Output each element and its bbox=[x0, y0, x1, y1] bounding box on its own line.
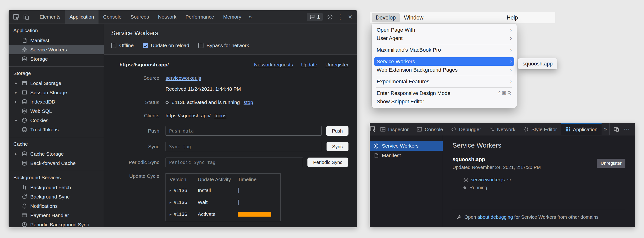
menu-item-experimental-features[interactable]: Experimental Features › bbox=[374, 77, 514, 86]
sidebar-item-manifest[interactable]: Manifest bbox=[8, 36, 104, 45]
tab-console[interactable]: Console bbox=[98, 10, 126, 23]
checkbox-label: Update on reload bbox=[151, 43, 189, 48]
expand-triangle-icon[interactable]: ▸ bbox=[170, 200, 172, 205]
menu-item-open-page-with[interactable]: Open Page With › bbox=[374, 26, 514, 34]
expand-triangle-icon[interactable]: ▸ bbox=[170, 188, 172, 193]
sidebar-item-cookies[interactable]: ▸ Cookies bbox=[8, 116, 104, 125]
sidebar-item-label: IndexedDB bbox=[30, 99, 55, 105]
update-on-reload-checkbox[interactable]: Update on reload bbox=[143, 43, 189, 48]
sidebar-item-notifications[interactable]: Notifications bbox=[8, 201, 104, 211]
tab-inspector[interactable]: Inspector bbox=[376, 123, 413, 135]
sidebar-item-manifest[interactable]: Manifest bbox=[370, 151, 443, 160]
network-requests-link[interactable]: Network requests bbox=[254, 62, 293, 68]
firefox-devtools-window: Inspector Console Debugger Network Style… bbox=[370, 123, 635, 227]
sidebar-item-background-sync[interactable]: Background Sync bbox=[8, 192, 104, 201]
expand-triangle-icon[interactable]: ▸ bbox=[13, 151, 18, 156]
device-toolbar-icon[interactable] bbox=[21, 12, 31, 22]
unregister-link[interactable]: Unregister bbox=[325, 62, 348, 68]
expand-triangle-icon[interactable]: ▸ bbox=[13, 81, 18, 86]
inspect-element-icon[interactable] bbox=[11, 12, 21, 22]
checkbox-box[interactable] bbox=[198, 43, 204, 48]
activity-value: Wait bbox=[198, 199, 238, 205]
jump-to-debugger-icon[interactable]: ↪ bbox=[507, 177, 511, 183]
sync-tag-input[interactable] bbox=[166, 142, 322, 151]
tab-performance[interactable]: Performance bbox=[181, 10, 218, 23]
sidebar-item-background-fetch[interactable]: Background Fetch bbox=[8, 183, 104, 192]
update-cycle-row-wait[interactable]: ▸ #1136 Wait bbox=[166, 196, 280, 208]
tab-sources[interactable]: Sources bbox=[126, 10, 153, 23]
menu-item-web-extension-background-pages[interactable]: Web Extension Background Pages › bbox=[374, 66, 514, 74]
service-worker-gear-icon bbox=[22, 47, 27, 52]
sidebar-item-periodic-background-sync[interactable]: Periodic Background Sync bbox=[8, 220, 104, 227]
unregister-button[interactable]: Unregister bbox=[597, 159, 626, 168]
stop-link[interactable]: stop bbox=[244, 100, 253, 105]
sidebar-item-service-workers[interactable]: Service Workers bbox=[8, 45, 104, 54]
sidebar-item-session-storage[interactable]: ▸ Session Storage bbox=[8, 88, 104, 97]
expand-triangle-icon[interactable]: ▸ bbox=[13, 90, 18, 95]
sidebar-item-storage[interactable]: Storage bbox=[8, 54, 104, 64]
tab-style-editor[interactable]: Style Editor bbox=[520, 123, 561, 135]
push-data-input[interactable] bbox=[166, 126, 322, 136]
tab-elements[interactable]: Elements bbox=[35, 10, 65, 23]
checkbox-box[interactable] bbox=[111, 43, 116, 48]
sidebar-item-indexeddb[interactable]: ▸ IndexedDB bbox=[8, 97, 104, 106]
expand-triangle-icon[interactable]: ▸ bbox=[13, 99, 18, 104]
sidebar-section-storage: Storage ▸ Local Storage ▸ Session Storag… bbox=[8, 66, 104, 136]
menu-item-enter-responsive-design-mode[interactable]: Enter Responsive Design Mode ^⌘R bbox=[374, 89, 514, 97]
expand-triangle-icon[interactable]: ▸ bbox=[13, 118, 18, 123]
serviceworker-file-link[interactable]: serviceworker.js bbox=[166, 75, 201, 81]
sync-button[interactable]: Sync bbox=[326, 142, 348, 151]
service-workers-submenu[interactable]: squoosh.app bbox=[518, 58, 557, 69]
pick-element-icon[interactable] bbox=[370, 123, 376, 135]
update-link[interactable]: Update bbox=[301, 62, 317, 68]
submenu-item-squoosh[interactable]: squoosh.app bbox=[522, 61, 553, 67]
tab-memory[interactable]: Memory bbox=[219, 10, 246, 23]
menu-item-user-agent[interactable]: User Agent › bbox=[374, 34, 514, 42]
worker-origin: squoosh.app bbox=[452, 156, 541, 163]
tab-debugger[interactable]: Debugger bbox=[447, 123, 485, 135]
sidebar-item-label: Cache Storage bbox=[30, 151, 64, 157]
sidebar-item-cache-stor age[interactable]: ▸ Cache Storage bbox=[8, 149, 104, 158]
menubar-item-window[interactable]: Window bbox=[400, 13, 428, 22]
console-messages-badge[interactable]: 1 bbox=[307, 13, 323, 21]
close-devtools-icon[interactable]: × bbox=[632, 123, 635, 135]
meatball-menu-icon[interactable]: ⋯ bbox=[622, 123, 632, 135]
offline-checkbox[interactable]: Offline bbox=[111, 43, 134, 48]
close-devtools-icon[interactable]: × bbox=[345, 12, 355, 22]
menu-item-macbook-pro[interactable]: Maximiliano's MacBook Pro › bbox=[374, 46, 514, 54]
sidebar-item-local-storage[interactable]: ▸ Local Storage bbox=[8, 79, 104, 88]
sidebar-item-web-sql[interactable]: Web SQL bbox=[8, 106, 104, 116]
tab-console[interactable]: Console bbox=[413, 123, 447, 135]
kebab-menu-icon[interactable]: ⋮ bbox=[335, 12, 345, 22]
more-tabs-icon[interactable]: » bbox=[246, 10, 254, 23]
tab-network[interactable]: Network bbox=[153, 10, 181, 23]
sidebar-item-back-forward-cache[interactable]: Back-forward Cache bbox=[8, 158, 104, 168]
serviceworker-file-link[interactable]: serviceworker.js bbox=[471, 177, 505, 183]
sidebar-item-service-workers[interactable]: Service Workers bbox=[370, 141, 443, 151]
menu-item-service-workers[interactable]: Service Workers › bbox=[374, 57, 514, 66]
about-debugging-link[interactable]: about:debugging bbox=[478, 215, 513, 220]
bypass-for-network-checkbox[interactable]: Bypass for network bbox=[198, 43, 249, 48]
settings-gear-icon[interactable] bbox=[325, 12, 335, 22]
update-cycle-row-install[interactable]: ▸ #1136 Install bbox=[166, 184, 280, 196]
periodic-sync-tag-input[interactable] bbox=[166, 158, 303, 167]
menubar-item-develop[interactable]: Develop bbox=[372, 13, 400, 22]
menubar-item-help[interactable]: Help bbox=[502, 13, 522, 22]
sidebar-item-trust-tokens[interactable]: Trust Tokens bbox=[8, 125, 104, 134]
more-tabs-icon[interactable]: » bbox=[602, 123, 610, 135]
periodic-sync-button[interactable]: Periodic Sync bbox=[308, 158, 348, 167]
tab-network[interactable]: Network bbox=[485, 123, 520, 135]
tab-application[interactable]: Application bbox=[65, 10, 99, 23]
sidebar-item-label: Background Fetch bbox=[30, 185, 71, 190]
expand-triangle-icon[interactable]: ▸ bbox=[170, 212, 172, 217]
checkbox-box-checked[interactable] bbox=[143, 43, 148, 48]
tab-application[interactable]: Application bbox=[561, 123, 602, 135]
responsive-design-mode-icon[interactable] bbox=[611, 123, 622, 135]
menu-item-show-snippet-editor[interactable]: Show Snippet Editor bbox=[374, 97, 514, 106]
update-cycle-row-activate[interactable]: ▸ #1136 Activate bbox=[166, 208, 280, 220]
panel-title: Service Workers bbox=[111, 29, 350, 37]
tab-label: Debugger bbox=[459, 127, 481, 132]
sidebar-item-payment-handler[interactable]: Payment Handler bbox=[8, 211, 104, 220]
focus-link[interactable]: focus bbox=[214, 113, 226, 119]
push-button[interactable]: Push bbox=[326, 126, 348, 136]
